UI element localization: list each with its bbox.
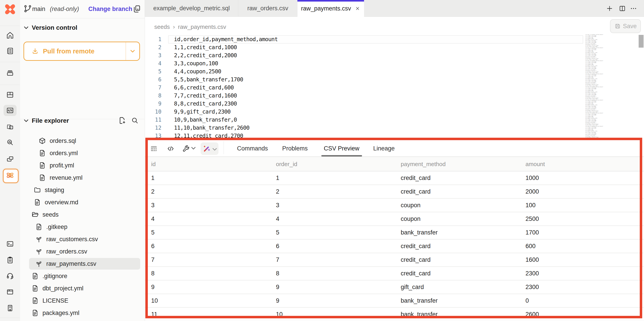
editor-body[interactable]: seeds › raw_payments.csv Save 1 id,order… bbox=[145, 17, 644, 138]
stack-icon[interactable] bbox=[5, 68, 15, 78]
scrollbar-thumb[interactable] bbox=[639, 35, 644, 48]
new-tab-icon[interactable] bbox=[606, 5, 613, 12]
notebook-icon[interactable] bbox=[5, 46, 15, 56]
file-item[interactable]: orders.sql bbox=[29, 135, 140, 147]
file-item[interactable]: revenue.yml bbox=[29, 172, 140, 184]
file-item[interactable]: raw_payments.csv bbox=[29, 258, 140, 270]
breadcrumb-parent[interactable]: seeds bbox=[154, 24, 170, 30]
file-item[interactable]: staging bbox=[29, 184, 140, 196]
tab-problems[interactable]: Problems bbox=[282, 145, 308, 152]
minimap[interactable]: id,order_id,payment_method,amount 1,1,cr… bbox=[586, 34, 606, 138]
organization-icon[interactable] bbox=[5, 303, 15, 313]
tab-raw-orders[interactable]: raw_orders.csv bbox=[238, 0, 298, 16]
line-number: 10 bbox=[145, 108, 162, 116]
tab-commands[interactable]: Commands bbox=[237, 145, 268, 152]
code-line: 7 6,6,credit_card,600 bbox=[145, 84, 583, 92]
file-item-label: packages.yml bbox=[42, 310, 80, 316]
clipboard-icon[interactable] bbox=[5, 255, 15, 265]
folder-window-icon[interactable] bbox=[5, 287, 15, 297]
file-item[interactable]: raw_orders.csv bbox=[29, 246, 140, 257]
table-icon[interactable] bbox=[150, 145, 158, 153]
cell-id: 10 bbox=[145, 297, 270, 304]
cell-payment-method: gift_card bbox=[394, 284, 519, 290]
table-row: 2 2 credit_card 2000 bbox=[145, 185, 644, 199]
file-item[interactable]: orders.yml bbox=[29, 147, 140, 159]
file-item[interactable]: overview.md bbox=[29, 196, 140, 208]
cell-order-id: 5 bbox=[270, 229, 394, 236]
chevron-down-icon bbox=[24, 26, 28, 29]
more-options-icon[interactable] bbox=[630, 5, 637, 12]
home-icon[interactable] bbox=[5, 30, 15, 40]
code-editor-icon[interactable] bbox=[5, 106, 15, 115]
cell-order-id: 10 bbox=[270, 311, 394, 318]
file-item-label: orders.sql bbox=[50, 138, 76, 144]
file-item[interactable]: LICENSE bbox=[29, 295, 140, 306]
canvas-icon[interactable] bbox=[5, 122, 15, 132]
split-editor-icon[interactable] bbox=[619, 5, 626, 12]
cell-amount: 1000 bbox=[519, 174, 644, 182]
magic-wand-icon bbox=[202, 144, 211, 153]
line-text: 9,9,gift_card,2300 bbox=[162, 108, 230, 116]
file-item[interactable]: .gitkeep bbox=[29, 221, 140, 233]
dbt-logo-icon[interactable] bbox=[4, 3, 16, 16]
line-number: 2 bbox=[145, 43, 162, 52]
editor-tab-bar: example_develop_metric.sql raw_orders.cs… bbox=[145, 0, 644, 17]
column-header: amount bbox=[526, 161, 545, 168]
pull-options-caret[interactable] bbox=[126, 42, 139, 60]
seed-icon bbox=[35, 260, 43, 268]
tab-lineage[interactable]: Lineage bbox=[373, 145, 395, 152]
file-item[interactable]: .gitignore bbox=[29, 270, 140, 282]
line-text: 8,8,credit_card,2300 bbox=[162, 100, 237, 108]
code-icon[interactable] bbox=[166, 145, 175, 153]
column-header: id bbox=[151, 161, 156, 168]
file-explorer-header[interactable]: File explorer bbox=[24, 117, 69, 124]
code-line: 3 2,2,credit_card,2000 bbox=[145, 52, 583, 60]
column-header: order_id bbox=[276, 161, 297, 168]
cell-id: 2 bbox=[145, 188, 270, 195]
atom-icon[interactable] bbox=[5, 170, 15, 180]
line-text: 4,4,coupon,2500 bbox=[162, 68, 221, 76]
file-item[interactable]: raw_customers.csv bbox=[29, 233, 140, 245]
document-icon bbox=[31, 272, 39, 280]
cell-order-id: 7 bbox=[270, 256, 394, 263]
search-icon[interactable] bbox=[130, 116, 139, 125]
tab-csv-preview[interactable]: CSV Preview bbox=[324, 145, 359, 152]
file-item-label: profit.yml bbox=[50, 162, 74, 169]
terminal-icon[interactable] bbox=[5, 239, 15, 249]
file-item[interactable]: seeds bbox=[29, 209, 140, 220]
line-text: 2,2,credit_card,2000 bbox=[162, 52, 237, 60]
preview-table-header: id order_id payment_method amount bbox=[145, 156, 644, 172]
active-tab-accent bbox=[298, 0, 364, 2]
cell-order-id: 8 bbox=[270, 270, 394, 277]
magic-wand-button[interactable] bbox=[200, 142, 218, 155]
tab-raw-payments[interactable]: raw_payments.csv bbox=[298, 0, 364, 17]
headset-icon[interactable] bbox=[5, 271, 15, 281]
file-item[interactable]: profit.yml bbox=[29, 160, 140, 171]
line-text: 10,9,bank_transfer,0 bbox=[162, 116, 237, 124]
version-control-header[interactable]: Version control bbox=[24, 24, 77, 31]
line-text: 3,3,coupon,100 bbox=[162, 60, 218, 68]
change-branch-link[interactable]: Change branch bbox=[88, 6, 132, 12]
wrench-icon[interactable] bbox=[182, 145, 190, 153]
wrench-options-caret[interactable] bbox=[191, 147, 199, 155]
file-item-label: dbt_project.yml bbox=[42, 285, 84, 292]
copy-icon[interactable] bbox=[132, 4, 141, 14]
new-file-icon[interactable] bbox=[118, 116, 126, 125]
download-icon bbox=[31, 48, 39, 55]
dashboard-icon[interactable] bbox=[5, 90, 15, 100]
code-editor[interactable]: 1 id,order_id,payment_method,amount 2 1,… bbox=[145, 35, 583, 138]
windows-icon[interactable] bbox=[5, 154, 15, 164]
query-preview-icon[interactable] bbox=[5, 138, 15, 147]
cell-order-id: 9 bbox=[270, 297, 394, 304]
save-label: Save bbox=[623, 23, 637, 30]
cell-payment-method: credit_card bbox=[394, 174, 519, 182]
save-button[interactable]: Save bbox=[610, 19, 641, 33]
file-item[interactable]: dbt_project.yml bbox=[29, 282, 140, 294]
table-row: 4 4 coupon 2500 bbox=[145, 212, 644, 226]
document-icon bbox=[34, 198, 41, 206]
file-item[interactable]: packages.yml bbox=[29, 307, 140, 319]
pull-from-remote-button[interactable]: Pull from remote bbox=[24, 42, 140, 61]
close-icon[interactable] bbox=[355, 6, 360, 12]
tab-example-develop-metric[interactable]: example_develop_metric.sql bbox=[145, 0, 238, 16]
cell-order-id: 2 bbox=[270, 188, 394, 195]
